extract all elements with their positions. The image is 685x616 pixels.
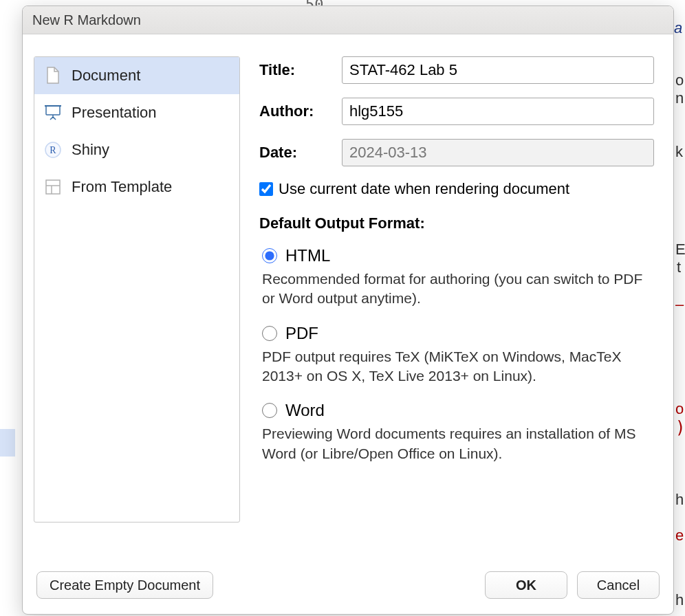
radio-word[interactable] bbox=[262, 403, 277, 418]
output-option-desc: PDF output requires TeX (MiKTeX on Windo… bbox=[262, 347, 654, 386]
svg-text:R: R bbox=[50, 145, 56, 155]
sidebar-item-document[interactable]: Document bbox=[34, 57, 239, 94]
date-input bbox=[342, 139, 654, 166]
use-current-date-label: Use current date when rendering document bbox=[279, 180, 569, 198]
output-option-html[interactable]: HTML Recommended format for authoring (y… bbox=[259, 246, 654, 309]
new-r-markdown-dialog: New R Markdown Document Presentation R S… bbox=[22, 6, 674, 615]
title-input[interactable] bbox=[342, 56, 654, 84]
svg-rect-4 bbox=[46, 180, 60, 194]
radio-pdf[interactable] bbox=[262, 326, 277, 341]
output-option-label: HTML bbox=[285, 246, 330, 265]
radio-html[interactable] bbox=[262, 248, 277, 263]
sidebar-item-presentation[interactable]: Presentation bbox=[34, 94, 239, 131]
shiny-icon: R bbox=[44, 141, 62, 159]
cancel-button[interactable]: Cancel bbox=[577, 571, 660, 599]
sidebar-item-label: From Template bbox=[72, 178, 172, 196]
template-icon bbox=[44, 178, 62, 196]
output-format-label: Default Output Format: bbox=[259, 214, 654, 232]
sidebar-item-label: Presentation bbox=[72, 104, 157, 122]
sidebar-item-label: Document bbox=[72, 67, 140, 85]
presentation-icon bbox=[44, 104, 62, 122]
ok-button[interactable]: OK bbox=[485, 571, 567, 599]
output-option-pdf[interactable]: PDF PDF output requires TeX (MiKTeX on W… bbox=[259, 324, 654, 386]
create-empty-document-button[interactable]: Create Empty Document bbox=[36, 571, 213, 599]
svg-rect-0 bbox=[46, 106, 60, 115]
sidebar-item-shiny[interactable]: R Shiny bbox=[34, 131, 239, 168]
title-label: Title: bbox=[259, 61, 342, 79]
document-icon bbox=[44, 67, 62, 85]
sidebar: Document Presentation R Shiny From Templ… bbox=[34, 56, 240, 522]
dialog-titlebar: New R Markdown bbox=[23, 6, 673, 34]
dialog-footer: Create Empty Document OK Cancel bbox=[23, 563, 673, 614]
output-option-label: PDF bbox=[285, 324, 318, 343]
sidebar-item-from-template[interactable]: From Template bbox=[34, 168, 239, 206]
output-option-word[interactable]: Word Previewing Word documents requires … bbox=[259, 401, 654, 463]
output-option-desc: Recommended format for authoring (you ca… bbox=[262, 270, 654, 309]
author-label: Author: bbox=[259, 102, 342, 120]
use-current-date-checkbox[interactable] bbox=[259, 182, 273, 196]
sidebar-item-label: Shiny bbox=[72, 141, 109, 159]
form-panel: Title: Author: Date: Use current date wh… bbox=[240, 34, 673, 563]
dialog-title: New R Markdown bbox=[32, 12, 141, 28]
output-option-desc: Previewing Word documents requires an in… bbox=[262, 424, 654, 463]
output-option-label: Word bbox=[285, 401, 325, 420]
author-input[interactable] bbox=[342, 98, 654, 125]
date-label: Date: bbox=[259, 144, 342, 162]
